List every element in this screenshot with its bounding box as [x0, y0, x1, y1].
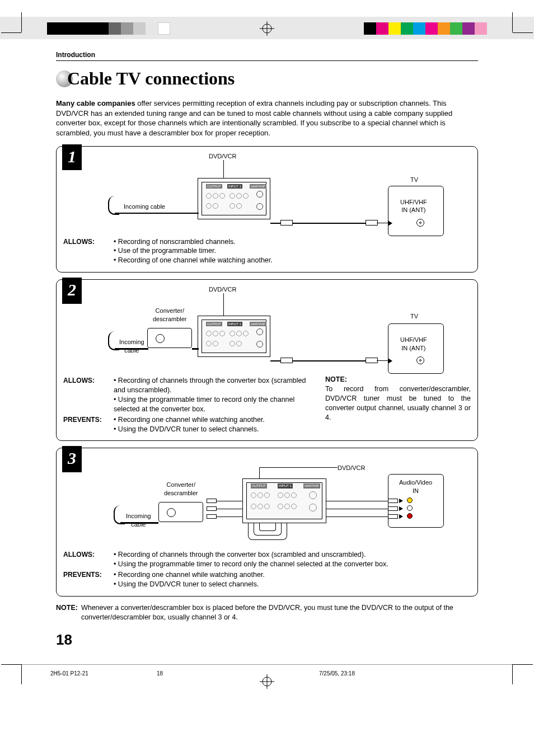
list-item: Recording one channel while watching ano…: [114, 415, 265, 425]
note-text: Whenever a converter/descrambler box is …: [81, 603, 478, 622]
page-title: Cable TV connections: [67, 67, 235, 91]
page-number: 18: [56, 630, 478, 650]
rca-plug-icon: [207, 499, 217, 503]
registration-mark-icon: [260, 21, 274, 36]
coax-plug-icon: [366, 220, 378, 226]
cable-curve-icon: [114, 505, 125, 524]
footer-page: 18: [157, 670, 163, 678]
print-marks-top: [0, 0, 534, 39]
coax-plug-icon: [280, 358, 293, 363]
connection-diagram-1: 1 DVD/VCR OUTPUT INPUT 1 UHF/VHF Incomin…: [56, 146, 478, 273]
converter-label: Converter/ descrambler: [164, 481, 198, 497]
dvdvcr-label: DVD/VCR: [338, 464, 366, 472]
cable-line-icon: [115, 213, 199, 214]
cable-line-icon: [192, 348, 199, 350]
list-item: Recording of channels through the conver…: [114, 376, 315, 395]
footer-file: 2H5-01 P12-21: [50, 670, 88, 678]
divider: [11, 664, 523, 665]
section-label: Introduction: [56, 50, 478, 59]
cable-line-icon: [217, 501, 242, 501]
dvdvcr-label: DVD/VCR: [209, 152, 237, 161]
list-item: Recording of nonscrambled channels.: [114, 237, 273, 247]
prevents-label: PREVENTS:: [63, 570, 108, 589]
note-text: To record from converter/descrambler, DV…: [325, 385, 471, 421]
crop-mark-icon: [505, 6, 533, 34]
allows-label: ALLOWS:: [63, 237, 108, 266]
divider: [56, 60, 478, 61]
av-in-label: Audio/Video IN: [399, 478, 432, 495]
tv-label: TV: [410, 176, 418, 184]
grayscale-swatches: [47, 22, 170, 35]
converter-box-icon: [147, 328, 192, 348]
note-label: NOTE:: [325, 375, 347, 383]
prevents-row: PREVENTS: Recording one channel while wa…: [63, 415, 315, 434]
allows-list: Recording of channels through the conver…: [114, 376, 315, 414]
list-item: Recording of channels through the conver…: [114, 550, 388, 560]
list-item: Recording of one channel while watching …: [114, 256, 273, 265]
registration-mark-icon: [260, 674, 274, 689]
cable-line-icon: [217, 509, 242, 509]
step-number: 2: [62, 278, 82, 304]
tv-label: TV: [410, 312, 418, 321]
incoming-cable-label: Incoming cable: [124, 203, 165, 211]
prevents-row: PREVENTS: Recording one channel while wa…: [63, 570, 471, 589]
allows-list: Recording of channels through the conver…: [114, 550, 388, 569]
step-number: 1: [62, 144, 82, 171]
leader-line: [223, 160, 224, 178]
list-item: Using the programmable timer to record o…: [114, 560, 388, 569]
crop-mark-icon: [1, 6, 29, 34]
leader-line: [223, 293, 224, 316]
dvdvcr-back-panel-icon: OUTPUT INPUT 1 UHF/VHF: [198, 316, 270, 357]
note-box: NOTE: To record from converter/descrambl…: [325, 375, 471, 422]
color-swatches: [364, 22, 487, 35]
crop-mark-icon: [505, 663, 533, 691]
connection-diagram-2: 2 DVD/VCR Converter/ descrambler OUTPUT …: [56, 279, 478, 441]
coax-plug-icon: [366, 358, 378, 363]
converter-box-icon: [158, 502, 203, 522]
intro-paragraph: Many cable companies offer services perm…: [56, 98, 478, 138]
dvdvcr-back-panel-icon: OUTPUT INPUT 1 UHF/VHF: [242, 478, 326, 523]
cable-line-icon: [326, 509, 394, 509]
page-content: Introduction Cable TV connections Many c…: [0, 39, 534, 655]
prevents-list: Recording one channel while watching ano…: [114, 415, 265, 434]
cable-line-icon: [326, 516, 394, 517]
cable-loop-icon: [259, 523, 276, 531]
allows-row: ALLOWS: Recording of channels through th…: [63, 550, 471, 569]
note-label: NOTE:: [56, 603, 78, 622]
print-marks-bottom: 2H5-01 P12-21 18 7/25/05, 23:18: [0, 659, 534, 692]
incoming-cable-label: Incoming cable: [126, 512, 151, 529]
step-number: 3: [62, 446, 82, 472]
intro-bold: Many cable companies: [56, 99, 135, 107]
leader-line: [259, 467, 260, 478]
prevents-label: PREVENTS:: [63, 415, 108, 434]
page-title-row: Cable TV connections: [56, 67, 478, 91]
tv-port-label: UHF/VHF IN (ANT): [400, 198, 427, 215]
arrow-head-icon: [388, 220, 392, 226]
cable-line-icon: [326, 501, 394, 501]
dvdvcr-back-panel-icon: OUTPUT INPUT 1 UHF/VHF: [198, 178, 270, 219]
footer-date: 7/25/05, 23:18: [319, 670, 355, 678]
cable-curve-icon: [108, 331, 119, 350]
list-item: Recording one channel while watching ano…: [114, 570, 265, 580]
leader-line: [259, 467, 338, 468]
incoming-cable-label: Incoming cable: [119, 338, 144, 355]
cable-line-icon: [217, 516, 242, 517]
allows-list: Recording of nonscrambled channels. Use …: [114, 237, 273, 266]
arrow-head-icon: [388, 358, 392, 364]
converter-label: Converter/ descrambler: [153, 307, 187, 323]
dvdvcr-label: DVD/VCR: [209, 285, 237, 294]
connection-diagram-3: 3 DVD/VCR Converter/ descrambler OUTPUT …: [56, 448, 478, 597]
allows-label: ALLOWS:: [63, 550, 108, 569]
bottom-note: NOTE: Whenever a converter/descrambler b…: [56, 603, 478, 622]
coax-plug-icon: [280, 220, 293, 226]
list-item: Using the programmable timer to record o…: [114, 395, 315, 414]
cable-curve-icon: [108, 196, 119, 215]
allows-row: ALLOWS: Recording of nonscrambled channe…: [63, 237, 471, 266]
list-item: Use of the programmable timer.: [114, 246, 273, 256]
crop-mark-icon: [1, 663, 29, 691]
prevents-list: Recording one channel while watching ano…: [114, 570, 265, 589]
rca-plug-icon: [207, 514, 217, 519]
rca-plug-icon: [207, 506, 217, 511]
list-item: Using the DVD/VCR tuner to select channe…: [114, 580, 265, 589]
tv-port-label: UHF/VHF IN (ANT): [400, 336, 427, 353]
